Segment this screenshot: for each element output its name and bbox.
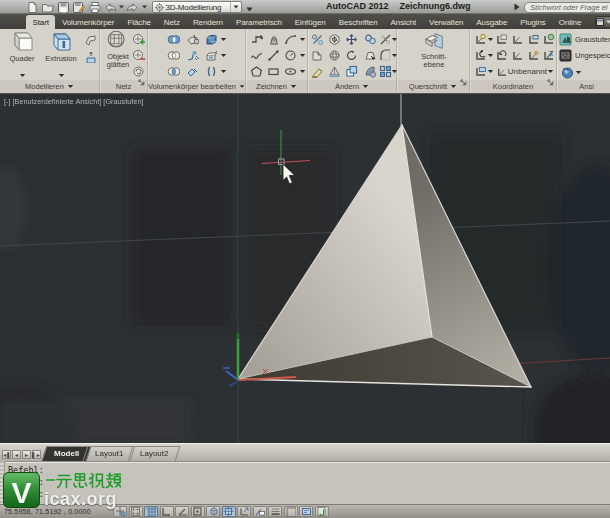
ucs-back-button[interactable] <box>473 48 488 63</box>
command-line-window[interactable]: Befehl: Befehl: Befehl: <box>0 461 610 504</box>
ribbon-tab-fl-che[interactable]: Fläche <box>121 15 157 29</box>
ribbon-options-button[interactable] <box>595 16 610 28</box>
ellipse-dropdown[interactable] <box>299 64 306 79</box>
dialog-launcher-querschnitt[interactable] <box>460 72 467 90</box>
search-input[interactable]: Stichwort oder Frage ei <box>524 2 610 13</box>
panel-title-koordinaten[interactable]: Koordinaten <box>470 80 556 93</box>
rotate3d-button[interactable] <box>327 48 342 63</box>
imprint-button[interactable] <box>185 48 200 63</box>
save-button[interactable] <box>57 1 70 13</box>
extrudeface-button[interactable] <box>204 48 219 63</box>
status-toggle-qp[interactable] <box>299 506 313 517</box>
camera-button[interactable] <box>560 65 575 80</box>
expand-arrow-icon[interactable] <box>514 3 520 11</box>
line-button[interactable] <box>266 48 281 63</box>
panel-title-modellieren[interactable]: Modellieren <box>0 80 99 93</box>
command-window-grip[interactable] <box>0 461 5 504</box>
ucs-face-button[interactable] <box>541 32 556 47</box>
ucs-named-combo[interactable]: Unbenannt <box>496 64 554 79</box>
ribbon-tab-ansicht[interactable]: Ansicht <box>384 15 423 29</box>
ribbon-tab-beschriften[interactable]: Beschriften <box>332 15 384 29</box>
taper-button[interactable] <box>363 48 378 63</box>
ucs-bulb-button[interactable] <box>473 32 488 47</box>
box-blue-button[interactable]: Extrusion <box>42 30 80 82</box>
ribbon-tab-volumenk-rper[interactable]: Volumenkörper <box>55 15 121 29</box>
ucs-world-button[interactable] <box>494 32 509 47</box>
camera-dropdown[interactable] <box>575 65 582 80</box>
status-toggle-polar[interactable] <box>175 506 189 517</box>
presspull-button[interactable] <box>83 49 98 64</box>
circle-check-button[interactable] <box>283 48 298 63</box>
next-layout-button[interactable]: ► <box>22 450 31 459</box>
box-blue-split-dropdown[interactable] <box>58 64 65 82</box>
ribbon-tab-verwalten[interactable]: Verwalten <box>423 15 470 29</box>
move-button[interactable] <box>344 32 359 47</box>
rectangle-button[interactable] <box>266 64 281 79</box>
command-prompt-line[interactable]: Befehl: <box>8 488 610 500</box>
workspace-combo[interactable]: 3D-Modellierung <box>152 1 242 13</box>
dialog-launcher-koordinaten[interactable] <box>547 72 554 90</box>
ucs-back-dropdown[interactable] <box>487 48 494 63</box>
save-as-button[interactable] <box>73 1 86 13</box>
ribbon-tab-netz[interactable]: Netz <box>157 15 186 29</box>
status-toggle-dyninput[interactable] <box>253 506 267 517</box>
extrfaceL-button[interactable] <box>310 48 325 63</box>
arc-button[interactable] <box>283 32 298 47</box>
filletedge-button[interactable] <box>363 64 378 79</box>
dialog-launcher-netz[interactable] <box>138 72 145 90</box>
status-toggle-osnap[interactable] <box>191 506 205 517</box>
box-gray-split-dropdown[interactable] <box>19 64 26 82</box>
mirror3d-button[interactable] <box>363 32 378 47</box>
slice-button[interactable] <box>185 32 200 47</box>
panel-title-volumenkoerper-bearbeiten[interactable]: Volumenkörper bearbeiten <box>148 80 245 93</box>
subtract-button[interactable] <box>166 48 181 63</box>
status-toggle-snap[interactable] <box>129 506 143 517</box>
viewport-controls-label[interactable]: [-] [Benutzerdefinierte Ansicht] [Graust… <box>4 97 144 106</box>
named-view-dropdown[interactable]: Ungespeiche <box>559 49 610 62</box>
copy-button[interactable] <box>344 64 359 79</box>
ribbon-tab-rendern[interactable]: Rendern <box>186 15 229 29</box>
circle-check-dropdown[interactable] <box>299 48 306 63</box>
status-toggle-otrack[interactable] <box>222 506 236 517</box>
plot-button[interactable] <box>88 1 101 13</box>
ucs-l-button[interactable] <box>510 32 525 47</box>
union-button[interactable] <box>166 32 181 47</box>
ribbon-tab-plugins[interactable]: Plugins <box>514 15 553 29</box>
brackets-button[interactable] <box>204 64 219 79</box>
panel-title-zeichnen[interactable]: Zeichnen <box>246 80 307 93</box>
new-file-button[interactable] <box>26 1 39 13</box>
panel-title-ansicht[interactable]: Ansi <box>557 80 610 93</box>
last-layout-button[interactable]: ▌► <box>32 450 41 459</box>
ribbon-tab-parametrisch[interactable]: Parametrisch <box>229 15 288 29</box>
panel-title-aendern[interactable]: Ändern <box>308 80 396 93</box>
ribbon-tab-online[interactable]: Online <box>552 15 588 29</box>
visual-style-dropdown[interactable]: Graustufen <box>559 33 610 46</box>
ribbon-tab-start[interactable]: Start <box>26 15 55 29</box>
stamp-button[interactable] <box>266 32 281 47</box>
alignpyr-button[interactable] <box>327 64 342 79</box>
polysolid-button[interactable] <box>83 32 98 47</box>
drawing-viewport[interactable]: [-] [Benutzerdefinierte Ansicht] [Graust… <box>0 94 610 443</box>
undo-dropdown[interactable] <box>119 1 124 13</box>
mesh-sphere-button[interactable]: Objekt glätten <box>102 30 134 68</box>
ucs-obj-button[interactable] <box>526 32 541 47</box>
ucs-prev-button[interactable] <box>494 48 509 63</box>
interfere-dropdown[interactable] <box>220 32 227 47</box>
panel-title-querschnitt[interactable]: Querschnitt <box>397 80 469 93</box>
sectionplane-button[interactable]: Schnitt- ebene <box>416 30 452 68</box>
ucs-l-button[interactable] <box>510 48 525 63</box>
status-toggle-grid[interactable] <box>144 506 158 517</box>
box-gray-button[interactable]: Quader <box>4 30 40 82</box>
mesh-refine-button[interactable] <box>131 32 146 47</box>
brackets-dropdown[interactable] <box>220 64 227 79</box>
first-layout-button[interactable]: ◄▌ <box>2 450 11 459</box>
polygon-button[interactable] <box>249 64 264 79</box>
intersect-button[interactable] <box>166 64 181 79</box>
ribbon-tab-einf-gen[interactable]: Einfügen <box>288 15 332 29</box>
ucs-z-button[interactable] <box>541 48 556 63</box>
status-toggle-dynucs[interactable] <box>237 506 251 517</box>
status-toggle-sc[interactable] <box>315 506 329 517</box>
status-toggle-transparency[interactable] <box>284 506 298 517</box>
extrudeface-dropdown[interactable] <box>220 48 227 63</box>
ellipse-button[interactable] <box>283 64 298 79</box>
